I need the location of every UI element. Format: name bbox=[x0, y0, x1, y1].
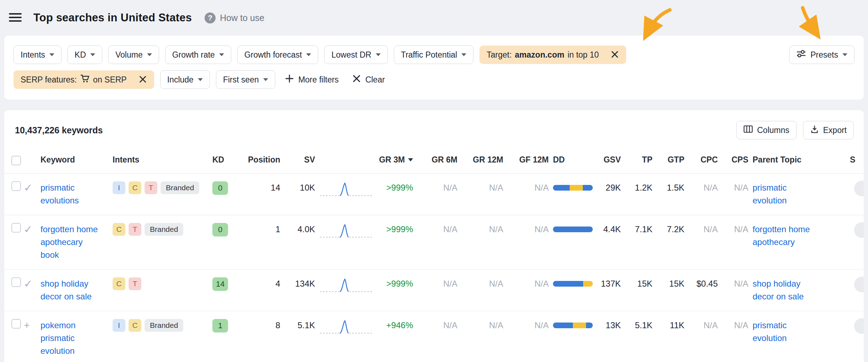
column-header-cps[interactable]: CPS bbox=[722, 148, 753, 173]
gsv-value: 29K bbox=[606, 181, 621, 194]
kd-badge: 14 bbox=[212, 277, 228, 291]
column-header-gf12m[interactable]: GF 12M bbox=[508, 148, 553, 173]
filter-dropdown-kd[interactable]: KD bbox=[67, 46, 102, 64]
cpc-value: N/A bbox=[704, 181, 718, 194]
columns-button[interactable]: Columns bbox=[736, 121, 797, 139]
target-suffix: in top 10 bbox=[568, 50, 599, 60]
parent-topic-link[interactable]: prismatic evolution bbox=[753, 181, 820, 207]
menu-icon[interactable] bbox=[6, 10, 24, 26]
cps-value: N/A bbox=[734, 223, 748, 236]
parent-topic-link[interactable]: prismatic evolution bbox=[753, 319, 820, 345]
added-check-icon[interactable]: ✓ bbox=[24, 223, 32, 236]
gr-12m-value: N/A bbox=[489, 319, 503, 332]
dd-segment-yellow bbox=[570, 185, 583, 191]
export-button[interactable]: Export bbox=[803, 121, 854, 139]
chevron-down-icon bbox=[49, 53, 54, 56]
add-to-list-icon[interactable]: + bbox=[24, 319, 30, 332]
column-header-parent_topic[interactable]: Parent Topic bbox=[753, 148, 836, 173]
keyword-link[interactable]: prismatic evolutions bbox=[40, 181, 98, 207]
chevron-down-icon bbox=[461, 53, 466, 56]
column-header-gr3m[interactable]: GR 3M bbox=[379, 148, 417, 173]
demand-distribution-bar bbox=[553, 281, 593, 287]
cpc-value: N/A bbox=[704, 319, 718, 332]
select-all-checkbox[interactable] bbox=[11, 156, 21, 165]
cpc-value: $0.45 bbox=[696, 277, 718, 290]
row-checkbox[interactable] bbox=[11, 277, 21, 287]
table-row: ✓prismatic evolutionsICTBranded01410K>99… bbox=[4, 174, 864, 215]
row-checkbox[interactable] bbox=[11, 181, 21, 191]
more-filters-button[interactable]: More filters bbox=[281, 70, 342, 89]
parent-topic-link[interactable]: shop holiday decor on sale bbox=[753, 277, 820, 303]
column-header-gsv[interactable]: GSV bbox=[597, 148, 625, 173]
added-check-icon[interactable]: ✓ bbox=[24, 277, 32, 290]
column-header-dd[interactable]: DD bbox=[553, 148, 597, 173]
table-row: ✓shop holiday decor on saleCT144134K>999… bbox=[4, 270, 864, 311]
intent-badge-branded: Branded bbox=[145, 223, 183, 236]
clear-filters-label: Clear bbox=[365, 75, 385, 85]
remove-serp-filter-button[interactable] bbox=[139, 75, 147, 85]
intent-badge-t: T bbox=[129, 277, 141, 290]
filter-label: Growth rate bbox=[172, 50, 215, 60]
intent-badge-t: T bbox=[129, 223, 141, 236]
column-header-keyword[interactable]: Keyword bbox=[40, 148, 113, 173]
gtp-value: 15K bbox=[669, 277, 684, 290]
serp-feature-icon bbox=[854, 277, 864, 292]
table-row: ✓forgotten home apothecary bookCTBranded… bbox=[4, 215, 864, 270]
gr-3m-value: >999% bbox=[386, 181, 413, 194]
more-filters-label: More filters bbox=[298, 75, 339, 85]
column-header-sf[interactable]: S bbox=[836, 148, 862, 173]
include-dropdown[interactable]: Include bbox=[160, 70, 210, 89]
row-checkbox[interactable] bbox=[11, 223, 21, 233]
filter-dropdown-growth-rate[interactable]: Growth rate bbox=[165, 46, 231, 64]
sort-descending-icon bbox=[408, 158, 413, 161]
column-header-sv[interactable]: SV bbox=[284, 148, 319, 173]
column-header-trend[interactable] bbox=[319, 148, 379, 173]
filter-dropdown-volume[interactable]: Volume bbox=[108, 46, 159, 64]
gtp-value: 7.2K bbox=[667, 223, 684, 236]
column-header-tp[interactable]: TP bbox=[625, 148, 657, 173]
parent-topic-link[interactable]: forgotten home apothecary bbox=[753, 223, 820, 249]
target-filter-chip[interactable]: Target: amazon.com in top 10 bbox=[479, 46, 626, 64]
keyword-link[interactable]: pokemon prismatic evolution bbox=[40, 319, 98, 357]
column-header-label: DD bbox=[553, 154, 565, 165]
keyword-link[interactable]: shop holiday decor on sale bbox=[40, 277, 98, 303]
column-header-gtp[interactable]: GTP bbox=[657, 148, 689, 173]
intent-badge-c: C bbox=[129, 319, 141, 332]
filter-dropdown-intents[interactable]: Intents bbox=[13, 46, 61, 64]
row-checkbox[interactable] bbox=[11, 319, 21, 329]
remove-target-filter-button[interactable] bbox=[611, 50, 619, 60]
chevron-down-icon bbox=[376, 53, 381, 56]
filter-dropdown-lowest-dr[interactable]: Lowest DR bbox=[324, 46, 387, 64]
sliders-icon bbox=[796, 49, 806, 60]
presets-button[interactable]: Presets bbox=[789, 46, 855, 64]
position-value: 1 bbox=[276, 223, 280, 236]
column-header-label: Keyword bbox=[40, 154, 75, 165]
column-header-kd[interactable]: KD bbox=[212, 148, 240, 173]
gr-3m-value: >999% bbox=[386, 223, 413, 236]
column-header-gr12m[interactable]: GR 12M bbox=[462, 148, 508, 173]
filter-dropdown-traffic-potential[interactable]: Traffic Potential bbox=[394, 46, 474, 64]
column-header-intents[interactable]: Intents bbox=[113, 148, 212, 173]
column-header-gr6m[interactable]: GR 6M bbox=[417, 148, 462, 173]
added-check-icon[interactable]: ✓ bbox=[24, 181, 32, 194]
keyword-link[interactable]: forgotten home apothecary book bbox=[40, 223, 98, 261]
clear-filters-button[interactable]: Clear bbox=[348, 70, 389, 89]
trend-sparkline-chart bbox=[319, 318, 373, 336]
tp-value: 15K bbox=[637, 277, 652, 290]
column-header-cpc[interactable]: CPC bbox=[689, 148, 722, 173]
first-seen-dropdown[interactable]: First seen bbox=[216, 70, 275, 89]
column-header-label: GF 12M bbox=[519, 154, 549, 165]
column-header-label: GSV bbox=[603, 154, 621, 165]
serp-features-filter-chip[interactable]: SERP features: on SERP bbox=[13, 70, 154, 89]
gf-12m-value: N/A bbox=[535, 181, 549, 194]
columns-label: Columns bbox=[757, 126, 790, 135]
chevron-down-icon bbox=[90, 53, 95, 56]
how-to-use-link[interactable]: ? How to use bbox=[205, 12, 264, 23]
gr-12m-value: N/A bbox=[489, 181, 503, 194]
table-header-row: KeywordIntentsKDPositionSVGR 3MGR 6MGR 1… bbox=[4, 148, 864, 174]
column-header-position[interactable]: Position bbox=[240, 148, 284, 173]
dd-segment-blue bbox=[583, 185, 593, 191]
filter-dropdown-growth-forecast[interactable]: Growth forecast bbox=[237, 46, 318, 64]
trend-sparkline-chart bbox=[319, 222, 373, 240]
filters-row-1: Intents KD Volume Growth rate Growth for… bbox=[13, 46, 855, 64]
